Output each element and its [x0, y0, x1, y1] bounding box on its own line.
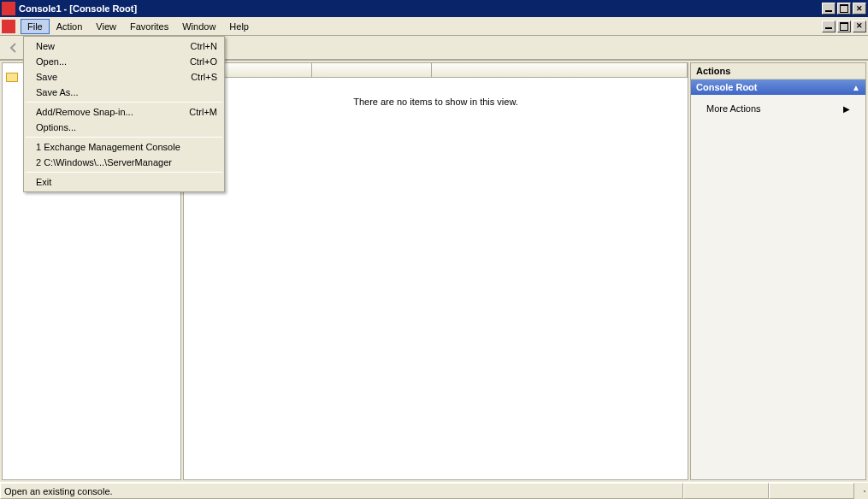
folder-icon [6, 73, 18, 82]
mdi-close-button[interactable] [853, 21, 866, 32]
menu-item-label: Save [36, 72, 191, 82]
menu-item-label: Add/Remove Snap-in... [36, 107, 189, 117]
menu-file[interactable]: File [21, 19, 50, 34]
menu-separator [26, 172, 222, 173]
title-bar: Console1 - [Console Root] [0, 0, 868, 17]
menu-item-label: New [36, 41, 191, 51]
tree-root-item[interactable] [6, 73, 21, 82]
menu-favorites[interactable]: Favorites [123, 19, 175, 34]
menu-item-label: 1 Exchange Management Console [36, 142, 217, 152]
list-column[interactable] [312, 63, 432, 77]
status-cell [769, 483, 854, 499]
actions-section-header[interactable]: Console Root ▲ [691, 79, 865, 95]
menu-separator [26, 102, 222, 103]
menu-item-shortcut: Ctrl+M [189, 107, 217, 117]
actions-header: Actions [691, 63, 865, 79]
status-cell [683, 483, 769, 499]
menu-item-label: Exit [36, 177, 217, 187]
menu-window[interactable]: Window [175, 19, 222, 34]
menu-item-label: Save As... [36, 87, 217, 97]
minimize-button[interactable] [822, 3, 836, 15]
status-text: Open an existing console. [4, 486, 113, 496]
menu-item-exit[interactable]: Exit [24, 174, 224, 190]
menu-item-new[interactable]: NewCtrl+N [24, 38, 224, 54]
menu-action[interactable]: Action [50, 19, 90, 34]
status-message: Open an existing console. [0, 483, 683, 499]
menu-item-add-remove-snapin[interactable]: Add/Remove Snap-in...Ctrl+M [24, 104, 224, 120]
menu-item-label: Open... [36, 56, 190, 67]
window-controls [822, 3, 866, 15]
close-button[interactable] [853, 3, 866, 15]
menu-item-shortcut: Ctrl+S [191, 72, 217, 82]
menu-item-shortcut: Ctrl+O [190, 56, 217, 67]
maximize-button[interactable] [837, 3, 851, 15]
resize-grip[interactable] [854, 488, 868, 495]
back-button[interactable] [5, 39, 22, 56]
list-body: There are no items to show in this view. [183, 78, 688, 480]
menu-item-label: Options... [36, 122, 217, 132]
mdi-minimize-button[interactable] [822, 21, 836, 32]
window-title: Console1 - [Console Root] [19, 3, 822, 14]
menu-bar: File Action View Favorites Window Help [0, 17, 868, 36]
center-pane: There are no items to show in this view. [183, 62, 688, 480]
menu-item-label: 2 C:\Windows\...\ServerManager [36, 157, 217, 167]
action-label: More Actions [706, 103, 761, 114]
collapse-icon: ▲ [852, 83, 860, 92]
list-header[interactable] [183, 62, 688, 78]
menu-item-recent-2[interactable]: 2 C:\Windows\...\ServerManager [24, 155, 224, 170]
actions-body: More Actions ▶ [691, 95, 865, 122]
menu-view[interactable]: View [89, 19, 123, 34]
status-bar: Open an existing console. [0, 482, 868, 499]
menu-item-shortcut: Ctrl+N [191, 41, 217, 51]
menu-item-options[interactable]: Options... [24, 120, 224, 135]
app-icon-small [2, 20, 15, 33]
menu-item-save-as[interactable]: Save As... [24, 85, 224, 100]
menu-item-save[interactable]: SaveCtrl+S [24, 69, 224, 85]
menu-help[interactable]: Help [222, 19, 256, 34]
actions-section-title: Console Root [696, 82, 758, 92]
mdi-controls [822, 21, 868, 32]
file-dropdown: NewCtrl+N Open...Ctrl+O SaveCtrl+S Save … [23, 36, 225, 192]
app-icon [2, 2, 15, 15]
empty-list-text: There are no items to show in this view. [353, 97, 518, 107]
actions-pane: Actions Console Root ▲ More Actions ▶ [690, 62, 866, 480]
menu-separator [26, 137, 222, 138]
list-column[interactable] [432, 63, 688, 77]
menu-item-recent-1[interactable]: 1 Exchange Management Console [24, 139, 224, 155]
mdi-restore-button[interactable] [837, 21, 851, 32]
submenu-arrow-icon: ▶ [843, 104, 850, 114]
action-more-actions[interactable]: More Actions ▶ [696, 100, 860, 117]
menu-item-open[interactable]: Open...Ctrl+O [24, 54, 224, 69]
